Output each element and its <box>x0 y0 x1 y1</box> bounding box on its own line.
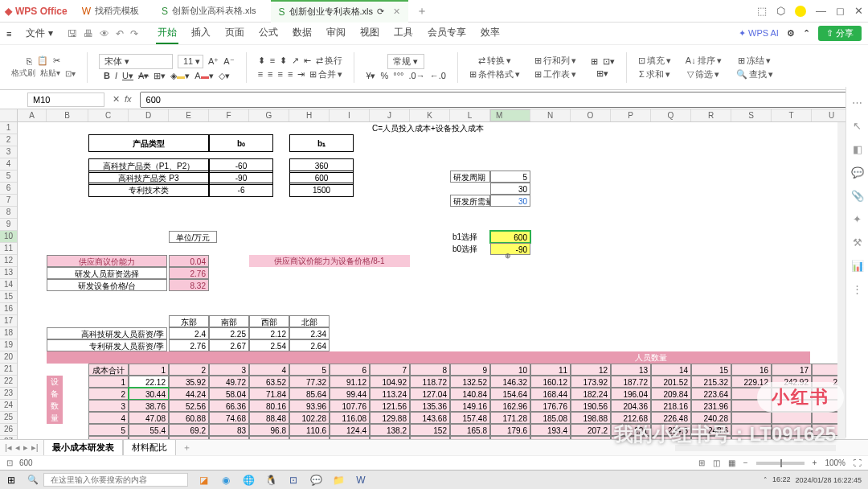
cell-B12[interactable]: 供应商议价能力 <box>47 255 167 267</box>
taskbar-search[interactable] <box>43 473 188 487</box>
col-header-P[interactable]: P <box>611 109 651 121</box>
taskbar-clock[interactable]: 16:22 <box>772 476 791 484</box>
cell-H17[interactable]: 北部 <box>289 315 330 327</box>
task-app-2[interactable]: ◉ <box>217 473 235 487</box>
cell-T21[interactable]: 17 <box>772 364 812 376</box>
name-box[interactable] <box>27 92 104 107</box>
cell-H24[interactable]: 93.96 <box>289 400 330 412</box>
tab-data[interactable]: 数据 <box>291 23 313 44</box>
indent-inc-icon[interactable]: ⇥ <box>297 69 305 80</box>
close-window-button[interactable]: ✕ <box>854 5 863 17</box>
table-icon[interactable]: ⊞ <box>591 56 598 67</box>
col-header-C[interactable]: C <box>88 109 129 121</box>
row-header-10[interactable]: 10 <box>0 231 17 243</box>
underline-button[interactable]: U▾ <box>122 71 133 81</box>
cut-icon[interactable]: ✂ <box>53 55 60 66</box>
row-header-5[interactable]: 5 <box>0 171 17 183</box>
tab-sheet2-active[interactable]: S创新创业专利表格.xls⟳✕ <box>271 0 409 23</box>
copy-icon[interactable]: ⎘ <box>27 56 32 66</box>
row-header-12[interactable]: 12 <box>0 255 17 267</box>
cell-G23[interactable]: 71.84 <box>249 388 289 400</box>
user-avatar[interactable] <box>795 6 806 17</box>
clipboard-more[interactable]: ⊡▾ <box>65 69 76 78</box>
cell-C2[interactable]: 产品类型 <box>88 134 209 152</box>
maximize-button[interactable]: ◻ <box>836 5 845 17</box>
justify-icon[interactable]: ≡ <box>288 69 293 79</box>
cell-H18[interactable]: 2.34 <box>289 327 330 339</box>
cell-I26[interactable]: 124.4 <box>330 424 370 436</box>
cell-B23[interactable]: 备 <box>47 388 63 400</box>
cell-P21[interactable]: 13 <box>611 364 651 376</box>
find-button[interactable]: 🔍 查找▾ <box>736 68 773 80</box>
select-all-corner[interactable] <box>0 109 18 122</box>
cell-I25[interactable]: 116.08 <box>330 412 370 424</box>
cell-G18[interactable]: 2.12 <box>249 327 289 339</box>
col-header-A[interactable]: A <box>18 109 47 121</box>
cell-C26[interactable]: 5 <box>88 424 129 436</box>
row-header-19[interactable]: 19 <box>0 339 17 351</box>
panel-more-icon[interactable]: ⋮ <box>852 283 862 295</box>
cell-E17[interactable]: 东部 <box>169 315 209 327</box>
column-headers[interactable]: ABCDEFGHIJKLMNOPQRSTU <box>18 109 868 122</box>
cell-B19[interactable]: 专利研发人员薪资/季 <box>47 339 167 351</box>
cell-L26[interactable]: 165.8 <box>450 424 490 436</box>
cell-M26[interactable]: 179.6 <box>490 424 530 436</box>
tab-efficiency[interactable]: 效率 <box>479 23 502 44</box>
cell-S21[interactable]: 16 <box>731 364 772 376</box>
cell-H2[interactable]: b₁ <box>289 134 354 152</box>
cell-J23[interactable]: 113.24 <box>370 388 410 400</box>
col-header-L[interactable]: L <box>450 109 490 121</box>
cell-H23[interactable]: 85.64 <box>289 388 330 400</box>
cell-O21[interactable]: 12 <box>571 364 611 376</box>
row-header-24[interactable]: 24 <box>0 400 17 412</box>
cell-L7[interactable]: 研发所需量 <box>450 195 490 207</box>
cell-E25[interactable]: 60.88 <box>169 412 209 424</box>
cell-E13[interactable]: 2.76 <box>169 267 209 279</box>
cell-J1[interactable]: C=人员投入成本+设备投入成本 <box>370 122 530 134</box>
task-app-3[interactable]: 🌐 <box>240 473 257 487</box>
cell-L23[interactable]: 140.84 <box>450 388 490 400</box>
col-header-H[interactable]: H <box>289 109 330 121</box>
paste-icon[interactable]: 📋 <box>37 55 48 66</box>
panel-chart-icon[interactable]: 📊 <box>851 260 864 272</box>
dec-inc-icon[interactable]: .0→ <box>408 71 424 80</box>
row-header-4[interactable]: 4 <box>0 158 17 171</box>
cell-E23[interactable]: 44.24 <box>169 388 209 400</box>
cell-O24[interactable]: 190.56 <box>571 400 611 412</box>
align-bot-icon[interactable]: ⬍ <box>280 55 287 66</box>
share-button[interactable]: ⇧ 分享 <box>818 26 862 41</box>
quick-calc[interactable]: ⊡ <box>6 458 13 467</box>
cell-O23[interactable]: 182.24 <box>571 388 611 400</box>
cell-O25[interactable]: 198.88 <box>571 412 611 424</box>
col-header-F[interactable]: F <box>209 109 249 121</box>
cell-G17[interactable]: 西部 <box>249 315 289 327</box>
cell-F18[interactable]: 2.25 <box>209 327 249 339</box>
cell-M25[interactable]: 171.28 <box>490 412 530 424</box>
cell-C25[interactable]: 4 <box>88 412 129 424</box>
view-break-icon[interactable]: ▦ <box>728 458 735 467</box>
task-app-8[interactable]: W <box>352 473 370 487</box>
cell-D21[interactable]: 1 <box>129 364 169 376</box>
cell-G19[interactable]: 2.54 <box>249 339 289 351</box>
border-button[interactable]: ⊞▾ <box>154 71 166 81</box>
cell-N22[interactable]: 160.12 <box>530 376 571 388</box>
cell-N25[interactable]: 185.08 <box>530 412 571 424</box>
cell-E18[interactable]: 2.4 <box>169 327 209 339</box>
cell-H22[interactable]: 77.32 <box>289 376 330 388</box>
align-mid-icon[interactable]: ≡ <box>270 55 275 65</box>
col-header-I[interactable]: I <box>330 109 370 121</box>
row-header-15[interactable]: 15 <box>0 291 17 303</box>
cell-R23[interactable]: 223.64 <box>691 388 731 400</box>
clear-format-button[interactable]: ◇▾ <box>219 71 230 81</box>
cell-M22[interactable]: 146.32 <box>490 376 530 388</box>
col-header-M[interactable]: M <box>490 109 530 121</box>
sheet-prev-icon[interactable]: ◂ <box>15 442 20 453</box>
col-header-N[interactable]: N <box>530 109 571 121</box>
cell-M10[interactable]: 600 <box>490 231 530 243</box>
cell-M5[interactable]: 5 <box>490 171 530 183</box>
cell-J25[interactable]: 129.88 <box>370 412 410 424</box>
cell-B22[interactable]: 设 <box>47 376 63 388</box>
wps-ai-button[interactable]: ✦ WPS AI <box>739 28 779 39</box>
align-right-icon[interactable]: ≡ <box>278 69 283 79</box>
row-headers[interactable]: 1234567891011121314151617181920212223242… <box>0 122 18 460</box>
